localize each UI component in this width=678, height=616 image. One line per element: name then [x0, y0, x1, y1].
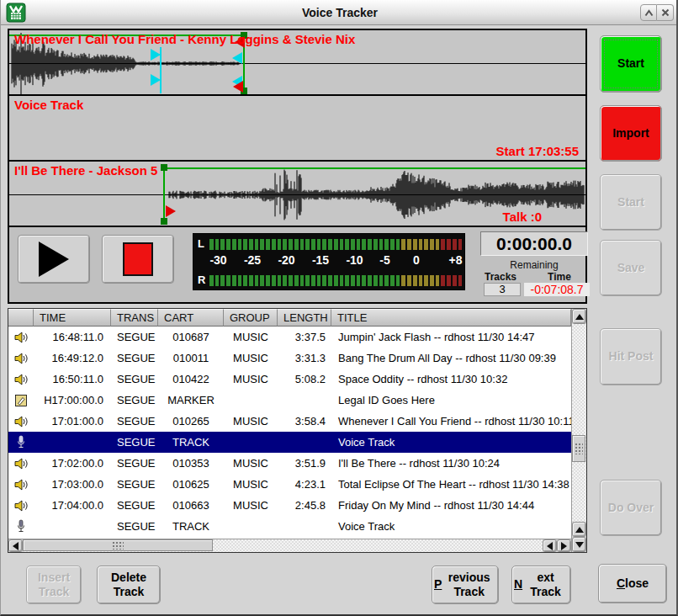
column-header[interactable]	[8, 309, 34, 327]
cell-cart: 010625	[158, 478, 224, 491]
cell-cart: 010353	[158, 457, 224, 470]
speaker-icon	[14, 415, 29, 428]
cell-title: Legal ID Goes Here	[331, 394, 571, 406]
log-row[interactable]: 17:02:00.0SEGUE010353MUSIC3:51.9I'll Be …	[8, 453, 571, 474]
log-row[interactable]: 17:01:00.0SEGUE010265MUSIC3:58.4Whenever…	[8, 411, 571, 432]
hit-post-button[interactable]: Hit Post	[600, 328, 662, 385]
cell-title: Bang The Drum All Day -- rdhost 11/30 09…	[331, 352, 571, 364]
previous-track-button[interactable]: Previous Track	[432, 566, 499, 604]
column-header[interactable]: CART	[158, 309, 224, 327]
import-button[interactable]: Import	[600, 105, 662, 162]
scroll-up-button-2[interactable]	[572, 522, 586, 537]
talk-start-marker-lower[interactable]	[151, 74, 161, 86]
cell-group: MUSIC	[224, 331, 278, 343]
log-row[interactable]: SEGUETRACKVoice Track	[8, 516, 571, 537]
voice-tracker-window: { "window": { "title": "Voice Tracker" }…	[0, 0, 678, 616]
column-header[interactable]: TITLE	[331, 309, 571, 327]
play-icon	[39, 242, 69, 277]
cell-trans: SEGUE	[111, 436, 158, 449]
track-below-waveform-panel[interactable]: I'll Be There - Jackson 5 Talk :0	[9, 162, 585, 227]
meter-scale-tick: -10	[346, 253, 363, 267]
cell-trans: SEGUE	[111, 352, 158, 364]
remaining-tracks-value: 3	[484, 283, 521, 296]
horizontal-scroll-track[interactable]	[23, 539, 543, 552]
column-header[interactable]: GROUP	[224, 309, 278, 327]
close-button[interactable]: Close	[598, 564, 667, 603]
scroll-right-button[interactable]	[557, 539, 571, 552]
log-row[interactable]: 17:04:00.0SEGUE010663MUSIC2:45.8Friday O…	[8, 495, 571, 516]
talk-end-marker-upper[interactable]	[232, 52, 242, 64]
shade-window-button[interactable]	[640, 4, 657, 21]
play-button[interactable]	[18, 235, 90, 284]
start-handle-top[interactable]	[161, 164, 167, 171]
scroll-left-button[interactable]	[8, 539, 23, 552]
vertical-scroll-thumb[interactable]	[572, 435, 585, 462]
log-row[interactable]: H17:00:00.0SEGUEMARKERLegal ID Goes Here	[8, 390, 571, 411]
talk-start-marker-upper[interactable]	[151, 49, 161, 61]
track-above-title: Whenever I Call You Friend - Kenny Loggi…	[14, 32, 355, 46]
log-row[interactable]: 17:03:00.0SEGUE010625MUSIC4:23.1Total Ec…	[8, 474, 571, 495]
close-window-button[interactable]	[657, 4, 674, 21]
log-row[interactable]: 16:49:12.0SEGUE010011MUSIC3:31.3Bang The…	[8, 348, 571, 369]
vertical-scroll-track[interactable]	[572, 324, 586, 522]
voice-track-start-time: Start 17:03:55	[496, 144, 579, 158]
start-record-button[interactable]: Start	[600, 35, 662, 93]
meter-right-label: R	[198, 274, 209, 286]
title-bar[interactable]: Voice Tracker	[1, 0, 678, 25]
cell-cart: 010663	[158, 499, 224, 512]
transport-bar: L -30-25-20-15-10-50+8 R 0:00:00.0 Remai…	[9, 227, 585, 297]
delete-track-button[interactable]: Delete Track	[97, 566, 161, 604]
meter-scale-tick: -5	[379, 253, 389, 267]
meter-scale-tick: -15	[312, 253, 329, 267]
insert-track-button[interactable]: Insert Track	[26, 566, 82, 604]
log-row[interactable]: 16:50:11.0SEGUE010422MUSIC5:08.2Space Od…	[8, 369, 571, 390]
cell-time: H17:00:00.0	[34, 394, 111, 406]
track-start-line	[163, 167, 165, 221]
next-track-button[interactable]: Next Track	[511, 566, 571, 604]
scroll-left-button-2[interactable]	[543, 539, 557, 552]
cell-time: 17:02:00.0	[34, 457, 111, 470]
remaining-time-label: Time	[532, 271, 586, 283]
meter-left-segments	[209, 239, 462, 250]
column-header[interactable]: LENGTH	[278, 309, 331, 327]
start-handle-bottom[interactable]	[161, 218, 167, 225]
cell-length: 4:23.1	[278, 478, 331, 491]
start-level-line	[163, 167, 585, 169]
log-row[interactable]: 16:48:11.0SEGUE010687MUSIC3:37.5Jumpin' …	[8, 327, 571, 348]
log-row-selected[interactable]: SEGUETRACKVoice Track	[8, 432, 571, 453]
meter-scale-tick: -30	[209, 253, 226, 267]
fade-marker-bottom[interactable]	[233, 81, 243, 93]
speaker-icon	[14, 478, 29, 491]
voice-track-panel[interactable]: Voice Track Start 17:03:55	[9, 96, 585, 162]
start-playback-button[interactable]: Start	[600, 174, 662, 231]
save-button[interactable]: Save	[600, 240, 662, 296]
cell-length: 3:31.3	[278, 352, 331, 364]
cell-group: MUSIC	[224, 373, 278, 385]
cell-cart: TRACK	[158, 520, 224, 533]
stop-button[interactable]	[102, 235, 174, 284]
meter-scale-tick: 0	[413, 253, 420, 267]
cell-time: 17:01:00.0	[34, 415, 111, 427]
cell-time: 16:50:11.0	[34, 373, 111, 385]
track-above-waveform-panel[interactable]: Whenever I Call You Friend - Kenny Loggi…	[9, 30, 585, 96]
scroll-down-button[interactable]	[572, 537, 586, 552]
start-marker[interactable]	[166, 205, 176, 217]
column-header[interactable]: TRANS	[111, 309, 158, 327]
cell-title: Friday On My Mind -- rdhost 11/30 14:44	[331, 499, 571, 512]
horizontal-scrollbar[interactable]	[8, 539, 571, 552]
speaker-icon	[14, 457, 29, 470]
scroll-up-button[interactable]	[572, 309, 586, 324]
cell-trans: SEGUE	[111, 520, 158, 533]
column-header[interactable]: TIME	[34, 309, 111, 327]
voice-track-title: Voice Track	[14, 98, 83, 112]
cell-group: MUSIC	[224, 415, 278, 427]
vertical-scrollbar[interactable]	[571, 309, 586, 552]
cell-cart: 010011	[158, 352, 224, 364]
cell-trans: SEGUE	[111, 373, 158, 385]
do-over-button[interactable]: Do Over	[600, 480, 662, 536]
microphone-icon	[15, 435, 27, 449]
cell-time: 16:48:11.0	[34, 331, 111, 343]
meter-scale-tick: +8	[449, 253, 463, 267]
horizontal-scroll-thumb[interactable]	[23, 539, 213, 551]
cell-group: MUSIC	[224, 457, 278, 470]
